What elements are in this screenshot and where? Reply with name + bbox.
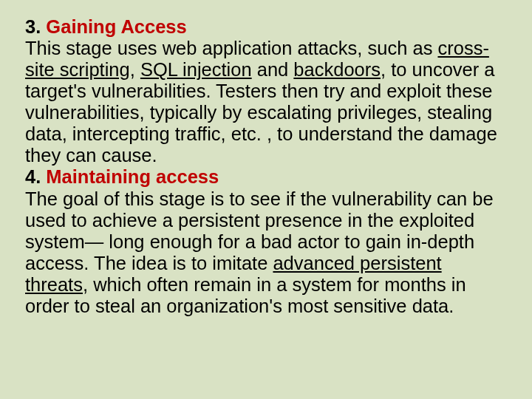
link-backdoors[interactable]: backdoors xyxy=(293,59,381,80)
sep: and xyxy=(252,59,294,80)
document-page: 3. Gaining Access This stage uses web ap… xyxy=(0,0,532,317)
section-3: 3. Gaining Access This stage uses web ap… xyxy=(25,16,507,166)
sep: , xyxy=(130,59,140,80)
section-4-number: 4. xyxy=(25,166,46,187)
section-3-title: Gaining Access xyxy=(46,16,186,37)
section-4-text-b: , which often remain in a system for mon… xyxy=(25,274,466,316)
section-4-title: Maintaining access xyxy=(46,166,219,187)
section-3-text-a: This stage uses web application attacks,… xyxy=(25,38,437,58)
section-4: 4. Maintaining access The goal of this s… xyxy=(25,166,507,316)
link-sql-injection[interactable]: SQL injection xyxy=(140,59,252,80)
section-3-number: 3. xyxy=(25,16,46,37)
